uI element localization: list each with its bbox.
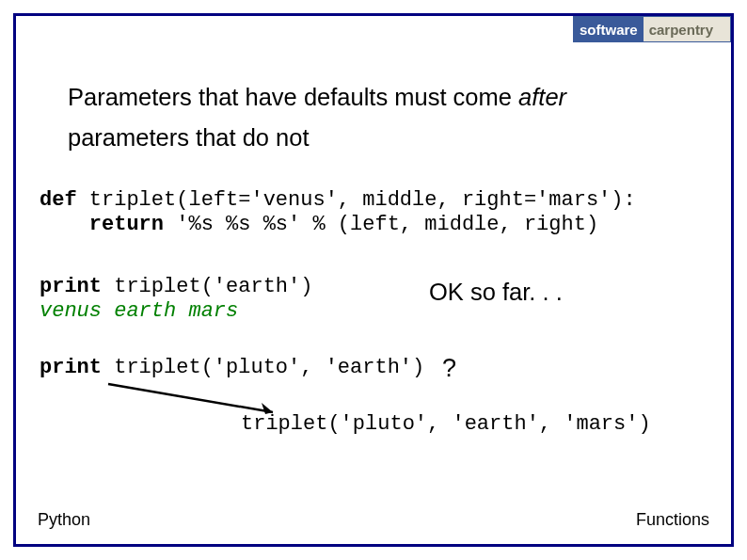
print2-keyword: print: [40, 356, 102, 379]
code-def-block: def triplet(left='venus', middle, right=…: [40, 188, 636, 237]
ok-annotation: OK so far. . .: [429, 279, 563, 306]
heading-italic: after: [518, 84, 566, 110]
footer-left: Python: [38, 510, 90, 530]
code-triplet-call: triplet('pluto', 'earth', 'mars'): [241, 412, 651, 437]
return-rest: '%s %s %s' % (left, middle, right): [164, 213, 598, 236]
footer-right: Functions: [636, 510, 709, 530]
code-print1-block: print triplet('earth') venus earth mars: [40, 275, 312, 324]
software-carpentry-logo: software carpentry: [573, 16, 731, 42]
print1-rest: triplet('earth'): [102, 275, 312, 298]
def-rest: triplet(left='venus', middle, right='mar…: [77, 188, 636, 212]
heading-part1: Parameters that have defaults must come: [68, 84, 518, 110]
svg-line-0: [108, 384, 273, 412]
output1: venus earth mars: [40, 299, 238, 323]
logo-right-text: carpentry: [644, 17, 730, 41]
return-keyword: return: [40, 213, 164, 236]
print1-keyword: print: [40, 275, 102, 298]
logo-left-text: software: [574, 17, 644, 41]
slide-heading: Parameters that have defaults must come …: [68, 77, 709, 159]
heading-part2: parameters that do not: [68, 124, 310, 151]
def-keyword: def: [40, 188, 77, 212]
question-mark: ?: [442, 354, 456, 383]
